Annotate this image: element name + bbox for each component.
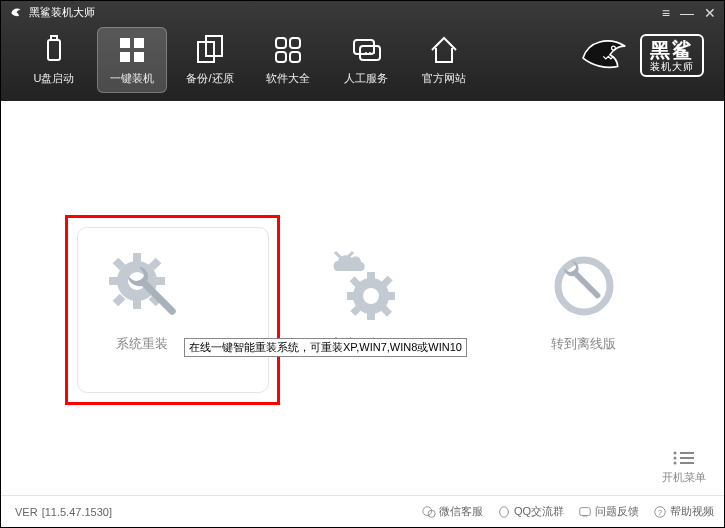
apps-icon <box>272 34 304 66</box>
svg-rect-35 <box>347 292 356 300</box>
svg-rect-47 <box>680 462 694 464</box>
nav-website[interactable]: 官方网站 <box>409 27 479 93</box>
app-icon <box>9 5 23 19</box>
svg-rect-24 <box>155 277 165 285</box>
svg-point-16 <box>373 52 375 54</box>
svg-rect-33 <box>367 272 375 281</box>
svg-rect-5 <box>134 52 144 62</box>
svg-rect-10 <box>276 52 286 62</box>
version-value: [11.5.47.1530] <box>42 506 112 518</box>
nav-software[interactable]: 软件大全 <box>253 27 323 93</box>
svg-rect-36 <box>386 292 395 300</box>
svg-point-18 <box>612 47 615 50</box>
tile-label: 系统重装 <box>116 335 168 353</box>
svg-rect-0 <box>48 40 60 60</box>
offline-build-icon <box>323 251 403 321</box>
svg-rect-23 <box>109 277 119 285</box>
list-icon <box>672 450 696 468</box>
copy-icon <box>194 34 226 66</box>
footer-wechat[interactable]: 微信客服 <box>422 504 483 519</box>
svg-rect-21 <box>133 253 141 263</box>
svg-rect-34 <box>367 311 375 320</box>
app-title: 黑鲨装机大师 <box>29 5 95 20</box>
main-area: 系统重装 离线版制作 转到离线版 在线一键智能重装系统，可重装XP,WIN7,W… <box>1 101 724 495</box>
chat-icon <box>350 34 382 66</box>
titlebar[interactable]: 黑鲨装机大师 <box>1 1 724 23</box>
status-bar: VER[11.5.47.1530] 微信客服 QQ交流群 问题反馈 ? 帮助视频 <box>1 495 724 527</box>
gear-wrench-icon <box>102 251 182 321</box>
home-icon <box>428 34 460 66</box>
menu-icon[interactable]: ≡ <box>662 5 670 21</box>
svg-point-49 <box>423 506 432 515</box>
shark-icon <box>578 31 632 79</box>
svg-rect-8 <box>276 38 286 48</box>
svg-point-42 <box>674 452 677 455</box>
minimize-icon[interactable]: — <box>680 5 694 21</box>
switch-tool-icon <box>544 251 624 321</box>
tile-label: 转到离线版 <box>551 335 616 353</box>
svg-point-32 <box>363 288 379 304</box>
svg-rect-3 <box>134 38 144 48</box>
svg-rect-2 <box>120 38 130 48</box>
nav-one-click-install[interactable]: 一键装机 <box>97 27 167 93</box>
svg-rect-1 <box>51 36 57 40</box>
tile-to-offline[interactable]: 转到离线版 <box>494 251 674 353</box>
svg-rect-11 <box>290 52 300 62</box>
app-header: 黑鲨装机大师 ≡ — ✕ U盘启动 一键装机 备份/还原 软件大全 <box>1 1 724 101</box>
version-label: VER <box>15 506 38 518</box>
nav-usb-boot[interactable]: U盘启动 <box>19 27 89 93</box>
nav-backup-restore[interactable]: 备份/还原 <box>175 27 245 93</box>
svg-point-15 <box>369 52 371 54</box>
svg-rect-45 <box>680 457 694 459</box>
svg-rect-52 <box>580 507 591 515</box>
footer-help[interactable]: ? 帮助视频 <box>653 504 714 519</box>
windows-icon <box>116 34 148 66</box>
tooltip: 在线一键智能重装系统，可重装XP,WIN7,WIN8或WIN10 <box>184 338 467 357</box>
footer-qq[interactable]: QQ交流群 <box>497 504 564 519</box>
svg-point-14 <box>365 52 367 54</box>
boot-menu-button[interactable]: 开机菜单 <box>662 450 706 485</box>
close-icon[interactable]: ✕ <box>704 5 716 21</box>
usb-icon <box>38 34 70 66</box>
svg-point-46 <box>674 462 677 465</box>
svg-rect-4 <box>120 52 130 62</box>
svg-rect-43 <box>680 452 694 454</box>
svg-point-44 <box>674 457 677 460</box>
svg-text:?: ? <box>658 507 663 516</box>
svg-rect-22 <box>133 299 141 309</box>
footer-feedback[interactable]: 问题反馈 <box>578 504 639 519</box>
nav-support[interactable]: 人工服务 <box>331 27 401 93</box>
svg-rect-9 <box>290 38 300 48</box>
svg-point-51 <box>500 506 509 517</box>
brand-logo: 黑鲨 装机大师 <box>578 31 704 79</box>
